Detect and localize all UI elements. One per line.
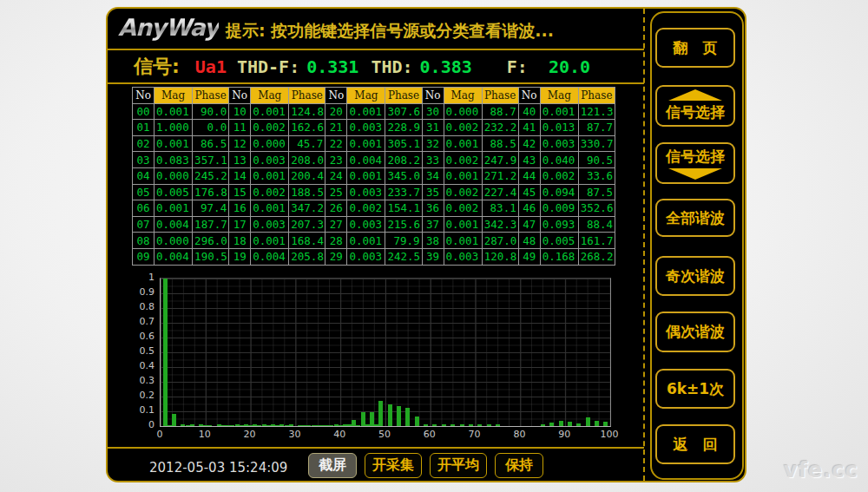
x-axis-tick-label: 50 [372, 429, 398, 440]
x-axis-tick-label: 90 [551, 429, 577, 440]
table-cell: 06 [133, 200, 155, 217]
table-cell: 05 [133, 184, 155, 200]
column-header: No [518, 88, 540, 104]
side-button-all-harmonics[interactable]: 全部谐波 [655, 199, 735, 237]
harmonic-bar [568, 422, 572, 426]
y-axis-tick-label: 0.5 [123, 345, 155, 357]
table-cell: 86.5 [193, 135, 229, 152]
table-cell: 43 [518, 152, 540, 168]
table-cell: 0.002 [251, 120, 289, 136]
harmonic-bar [477, 424, 482, 426]
harmonics-table: NoMagPhaseNoMagPhaseNoMagPhaseNoMagPhase… [132, 87, 615, 266]
table-cell: 0.001 [347, 103, 385, 120]
table-cell: 22 [326, 135, 347, 152]
freq-label: F: [507, 56, 528, 77]
table-cell: 25 [326, 184, 347, 200]
table-cell: 0.001 [251, 167, 289, 184]
table-cell: 0.003 [347, 184, 385, 200]
table-cell: 190.5 [193, 248, 229, 265]
table-cell: 187.7 [193, 216, 229, 233]
table-cell: 19 [229, 248, 251, 265]
harmonic-bar [378, 401, 383, 426]
side-button-signal-select-up[interactable]: 信号选择 [655, 85, 735, 127]
side-button-signal-select-down[interactable]: 信号选择 [655, 142, 735, 184]
up-arrow-icon [668, 89, 722, 101]
table-cell: 0.003 [347, 216, 385, 233]
y-axis-tick-label: 0.9 [123, 286, 155, 298]
table-cell: 0.002 [347, 200, 385, 217]
side-button-6k1-order[interactable]: 6k±1次 [655, 369, 735, 409]
table-cell: 227.4 [482, 184, 518, 200]
side-button-page-flip[interactable]: 翻 页 [655, 28, 735, 68]
table-cell: 247.9 [482, 152, 518, 168]
column-header: Mag [155, 88, 193, 104]
table-cell: 0.001 [251, 233, 289, 249]
table-cell: 242.5 [385, 248, 422, 265]
table-cell: 46 [518, 200, 540, 217]
column-header: Phase [385, 88, 422, 104]
side-button-even-harmonics[interactable]: 偶次谐波 [655, 312, 735, 352]
harmonic-bar [595, 421, 599, 426]
harmonic-bar [450, 424, 455, 426]
harmonic-bar [388, 404, 392, 427]
table-cell: 01 [133, 120, 155, 136]
table-cell: 79.9 [385, 233, 422, 249]
table-cell: 0.002 [444, 120, 482, 136]
table-cell: 1.000 [155, 120, 193, 136]
table-cell: 26 [326, 200, 347, 217]
column-header: Phase [578, 88, 615, 104]
table-row: 011.0000.0110.002162.6210.003228.9310.00… [133, 120, 615, 136]
harmonic-bar [559, 421, 563, 426]
harmonic-bar [576, 423, 581, 426]
table-cell: 21 [326, 120, 347, 136]
column-header: Phase [482, 88, 518, 104]
table-cell: 0.004 [347, 152, 385, 168]
table-cell: 88.5 [482, 135, 518, 152]
table-cell: 37 [422, 216, 444, 233]
table-row: 060.00197.4160.001347.2260.002154.1360.0… [133, 200, 615, 217]
harmonic-bar [289, 424, 293, 426]
side-button-return[interactable]: 返 回 [655, 424, 735, 464]
chart-plot [160, 278, 611, 427]
table-cell: 0.002 [444, 184, 482, 200]
table-cell: 0.002 [444, 152, 482, 168]
harmonic-bar [469, 424, 473, 426]
x-axis-tick-label: 0 [147, 429, 173, 440]
table-cell: 0.001 [347, 135, 385, 152]
thd-value: 0.383 [420, 56, 472, 77]
table-cell: 41 [518, 120, 540, 136]
table-cell: 10 [229, 103, 251, 120]
table-cell: 83.1 [482, 200, 518, 217]
table-cell: 49 [518, 248, 540, 265]
table-cell: 305.1 [385, 135, 422, 152]
table-cell: 232.2 [482, 120, 518, 136]
bottom-button-start-acquisition[interactable]: 开采集 [365, 453, 422, 478]
table-cell: 34 [422, 167, 444, 184]
table-row: 070.004187.7170.003207.3270.003215.6370.… [133, 216, 615, 233]
side-button-odd-harmonics[interactable]: 奇次谐波 [655, 256, 735, 296]
bottom-button-start-averaging[interactable]: 开平均 [430, 453, 487, 478]
harmonic-bar [549, 423, 554, 426]
table-cell: 233.7 [385, 184, 422, 200]
table-cell: 90.5 [578, 152, 615, 168]
y-axis-tick-label: 0.3 [123, 375, 155, 386]
bottom-button-screenshot[interactable]: 截屏 [308, 453, 357, 478]
table-cell: 32 [422, 135, 444, 152]
table-cell: 121.3 [578, 103, 615, 120]
table-cell: 0.001 [444, 135, 482, 152]
table-cell: 38 [422, 233, 444, 249]
table-cell: 97.4 [193, 200, 229, 217]
signal-info-row: 信号: Ua1 THD-F: 0.331 THD: 0.383 F: 20.0 [134, 53, 590, 81]
harmonic-bar [603, 422, 608, 426]
table-cell: 0.001 [347, 233, 385, 249]
table-cell: 0.002 [251, 184, 289, 200]
table-cell: 0.168 [540, 248, 578, 265]
table-cell: 0.003 [251, 152, 289, 168]
column-header: No [133, 88, 155, 104]
table-cell: 28 [326, 233, 347, 249]
table-cell: 228.9 [385, 120, 422, 136]
table-cell: 44 [518, 167, 540, 184]
bottom-button-hold[interactable]: 保持 [495, 453, 543, 478]
table-cell: 27 [326, 216, 347, 233]
harmonic-bar [415, 417, 419, 426]
